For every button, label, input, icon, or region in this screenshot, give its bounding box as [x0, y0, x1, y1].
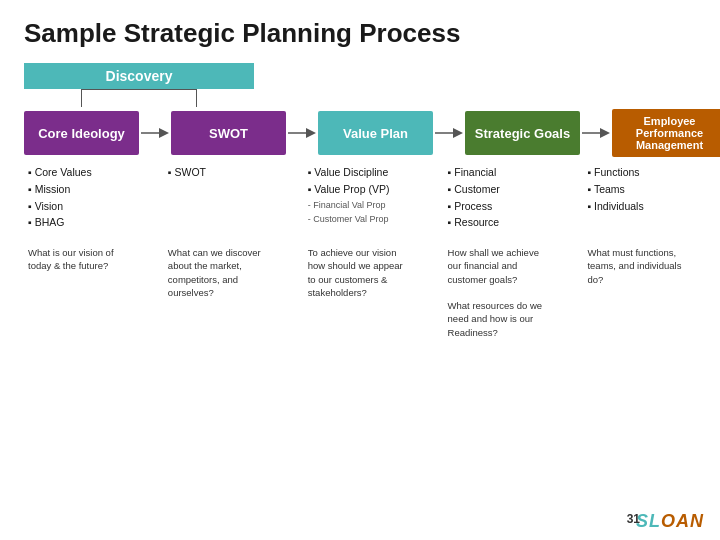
page: Sample Strategic Planning Process Discov… — [0, 0, 720, 540]
employee-performance-box: Employee Performance Management — [612, 109, 720, 157]
strategic-goals-col: Strategic Goals — [465, 111, 580, 155]
flow-boxes-row: Core Ideology SWOT Value Plan — [24, 109, 696, 157]
employee-performance-col: Employee Performance Management — [612, 109, 720, 157]
page-title: Sample Strategic Planning Process — [24, 18, 696, 49]
swot-box: SWOT — [171, 111, 286, 155]
core-ideology-col: Core Ideology — [24, 111, 139, 155]
swot-col: SWOT — [171, 111, 286, 155]
desc-col-swot: What can we discover about the market, c… — [164, 246, 277, 299]
arrow-3 — [435, 123, 463, 143]
bullet-col-value: ▪ Value Discipline ▪ Value Prop (VP) - F… — [304, 165, 417, 228]
vertical-connector-left — [81, 89, 82, 107]
core-ideology-box: Core Ideology — [24, 111, 139, 155]
horizontal-connector — [81, 89, 197, 90]
discovery-bar-wrap: Discovery — [24, 63, 696, 89]
svg-marker-1 — [159, 128, 169, 138]
bullet-col-strategic: ▪ Financial ▪ Customer ▪ Process ▪ Resou… — [444, 165, 557, 232]
sloan-logo: SLOAN — [636, 511, 704, 532]
svg-marker-3 — [306, 128, 316, 138]
desc-col-value: To achieve our vision how should we appe… — [304, 246, 417, 299]
bullet-col-employee: ▪ Functions ▪ Teams ▪ Individuals — [583, 165, 696, 215]
arrow-4 — [582, 123, 610, 143]
discovery-section: Discovery — [24, 63, 696, 107]
vertical-connector-right — [196, 89, 197, 107]
svg-marker-5 — [453, 128, 463, 138]
bullets-row: ▪ Core Values ▪ Mission ▪ Vision ▪ BHAG … — [24, 165, 696, 232]
arrow-1 — [141, 123, 169, 143]
discovery-connector-lines — [24, 89, 254, 107]
bullet-col-core: ▪ Core Values ▪ Mission ▪ Vision ▪ BHAG — [24, 165, 137, 232]
discovery-bar: Discovery — [24, 63, 254, 89]
svg-marker-7 — [600, 128, 610, 138]
arrow-2 — [288, 123, 316, 143]
strategic-goals-box: Strategic Goals — [465, 111, 580, 155]
value-plan-box: Value Plan — [318, 111, 433, 155]
value-plan-col: Value Plan — [318, 111, 433, 155]
desc-col-employee: What must functions, teams, and individu… — [583, 246, 696, 286]
desc-col-strategic: How shall we achieve our financial and c… — [444, 246, 557, 339]
bullet-col-swot: ▪ SWOT — [164, 165, 277, 182]
descriptions-row: What is our vision of today & the future… — [24, 246, 696, 339]
desc-col-core: What is our vision of today & the future… — [24, 246, 137, 273]
